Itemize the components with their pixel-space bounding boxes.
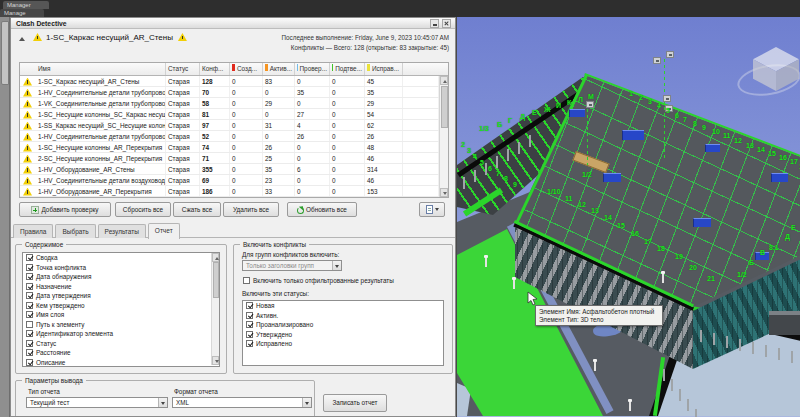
checkbox[interactable]	[26, 302, 33, 309]
collapse-chevron-icon[interactable]	[19, 37, 25, 41]
write-report-button[interactable]: Записать отчет	[323, 394, 387, 412]
table-row[interactable]: 1-HV_Оборудование_AR_Стены Старая 355 0 …	[20, 164, 439, 175]
panel-tab[interactable]: Правила	[13, 224, 53, 238]
checkbox[interactable]	[246, 302, 253, 309]
checkbox[interactable]	[26, 283, 33, 290]
content-option[interactable]: Описание	[23, 358, 219, 368]
content-option[interactable]: Сводка	[23, 253, 219, 263]
viewport-3d[interactable]: 123456789101112131415161718МЛКИЖЕДГБ1/32…	[456, 17, 800, 417]
content-option[interactable]: Идентификатор элемента	[23, 329, 219, 339]
section-marker-icon[interactable]	[666, 51, 674, 58]
export-report-button[interactable]	[419, 202, 445, 217]
status-option[interactable]: Утверждено	[243, 330, 443, 340]
col-resolved[interactable]: Исправ...	[365, 63, 403, 75]
table-row[interactable]: 1-HV_Оборудование_AR_Перекрытия Старая 1…	[20, 186, 439, 197]
content-option[interactable]: Статус	[23, 339, 219, 349]
scroll-thumb[interactable]	[213, 262, 219, 298]
table-row[interactable]: 1-HV_Соединительные детали трубопроводов…	[20, 87, 439, 98]
outbuilding[interactable]	[769, 311, 800, 335]
checkbox[interactable]	[246, 331, 253, 338]
status-option[interactable]: Проанализировано	[243, 320, 443, 330]
checkbox[interactable]	[246, 340, 253, 347]
content-option[interactable]: Назначение	[23, 282, 219, 292]
content-option[interactable]: Имя слоя	[23, 310, 219, 320]
checkbox[interactable]	[26, 264, 33, 271]
table-row[interactable]: 1-VK_Соединительные детали трубопроводов…	[20, 98, 439, 109]
checkbox[interactable]	[26, 340, 33, 347]
checkbox[interactable]	[26, 349, 33, 356]
rooftop-hvac-unit[interactable]	[705, 144, 720, 152]
col-clashes[interactable]: Конф...	[200, 63, 230, 75]
delete-all-button[interactable]: Удалить все	[223, 202, 279, 217]
close-icon[interactable]	[442, 19, 451, 28]
panel-tab[interactable]: Выбрать	[55, 224, 95, 238]
street-lamp[interactable]	[629, 401, 631, 411]
table-header[interactable]: Имя Статус Конф... Созд... Актив... Пров…	[20, 63, 448, 76]
filtered-only-option[interactable]: Включить только отфильтрованные результа…	[240, 276, 394, 286]
scroll-thumb[interactable]	[441, 86, 448, 128]
col-name[interactable]: Имя	[20, 63, 166, 75]
scroll-up-icon[interactable]	[212, 253, 219, 262]
group-mode-select[interactable]: Только заголовки групп	[242, 260, 342, 271]
rooftop-hvac-unit[interactable]	[603, 173, 621, 182]
col-status[interactable]: Статус	[166, 63, 200, 75]
tab-manager[interactable]: Manager	[3, 1, 49, 9]
status-option[interactable]: Активн.	[243, 311, 443, 321]
rooftop-hvac-unit[interactable]	[771, 173, 788, 182]
status-option[interactable]: Исправлено	[243, 339, 443, 349]
status-option[interactable]: Новая	[243, 301, 443, 311]
panel-tab[interactable]: Результаты	[98, 224, 146, 238]
content-option[interactable]: Точка конфликта	[23, 263, 219, 273]
section-marker-icon[interactable]	[663, 95, 671, 102]
report-type-select[interactable]: Текущий тест	[26, 397, 168, 408]
table-row[interactable]: 1-SC_Несущие колонны_SC_Каркас несущий С…	[20, 109, 439, 120]
checkbox[interactable]	[26, 330, 33, 337]
tab-manage[interactable]: Manage	[0, 9, 44, 17]
col-created[interactable]: Созд...	[230, 63, 263, 75]
checkbox[interactable]	[26, 254, 33, 261]
table-row[interactable]: 1-SS_Каркас несущий_SC_Несущие колонны С…	[20, 120, 439, 131]
rooftop-hvac-unit[interactable]	[622, 130, 644, 140]
checkbox[interactable]	[26, 321, 33, 328]
content-option[interactable]: Дата обнаружения	[23, 272, 219, 282]
content-option[interactable]: Путь к элементу	[23, 320, 219, 330]
section-marker-icon[interactable]	[586, 101, 594, 108]
reset-all-button[interactable]: Сбросить все	[115, 202, 171, 217]
checkbox[interactable]	[246, 321, 253, 328]
content-option[interactable]: Расстояние	[23, 348, 219, 358]
street-lamp[interactable]	[513, 279, 515, 289]
compact-all-button[interactable]: Сжать все	[173, 202, 221, 217]
checkbox[interactable]	[26, 273, 33, 280]
table-row[interactable]: 1-HV_Соединительные детали воздуховодов_…	[20, 175, 439, 186]
panel-tab[interactable]: Отчет	[148, 223, 180, 239]
viewcube[interactable]	[753, 47, 799, 91]
street-lamp[interactable]	[485, 257, 487, 267]
content-option[interactable]: Кем утверждено	[23, 301, 219, 311]
update-all-button[interactable]: Обновить все	[287, 202, 357, 217]
minimize-icon[interactable]	[430, 19, 439, 28]
checkbox[interactable]	[26, 311, 33, 318]
col-reviewed[interactable]: Провер...	[295, 63, 330, 75]
scroll-down-icon[interactable]	[212, 356, 219, 365]
panel-title-bar[interactable]: Clash Detective	[11, 18, 455, 29]
contents-scrollbar[interactable]	[211, 253, 219, 365]
table-scrollbar[interactable]	[439, 76, 448, 197]
street-lamp[interactable]	[594, 361, 596, 371]
rooftop-hvac-unit[interactable]	[693, 218, 711, 227]
report-format-select[interactable]: XML	[172, 397, 312, 408]
street-lamp[interactable]	[662, 273, 664, 283]
table-row[interactable]: 1-SC_Каркас несущий_AR_Стены Старая 128 …	[20, 76, 439, 87]
rooftop-hvac-unit[interactable]	[569, 109, 585, 117]
checkbox[interactable]	[26, 292, 33, 299]
section-marker-icon[interactable]	[653, 57, 661, 64]
col-approved[interactable]: Подтве...	[330, 63, 365, 75]
table-row[interactable]: 1-SC_Несущие колонны_AR_Перекрытия Стара…	[20, 142, 439, 153]
add-test-button[interactable]: Добавить проверку	[19, 202, 111, 217]
table-row[interactable]: 2-SC_Несущие колонны_AR_Перекрытия Стара…	[20, 153, 439, 164]
scroll-up-icon[interactable]	[440, 76, 448, 85]
scroll-down-icon[interactable]	[440, 188, 448, 197]
docked-panel-tab[interactable]	[1, 21, 9, 85]
checkbox[interactable]	[26, 359, 33, 366]
col-active[interactable]: Актив...	[263, 63, 295, 75]
content-option[interactable]: Дата утверждения	[23, 291, 219, 301]
